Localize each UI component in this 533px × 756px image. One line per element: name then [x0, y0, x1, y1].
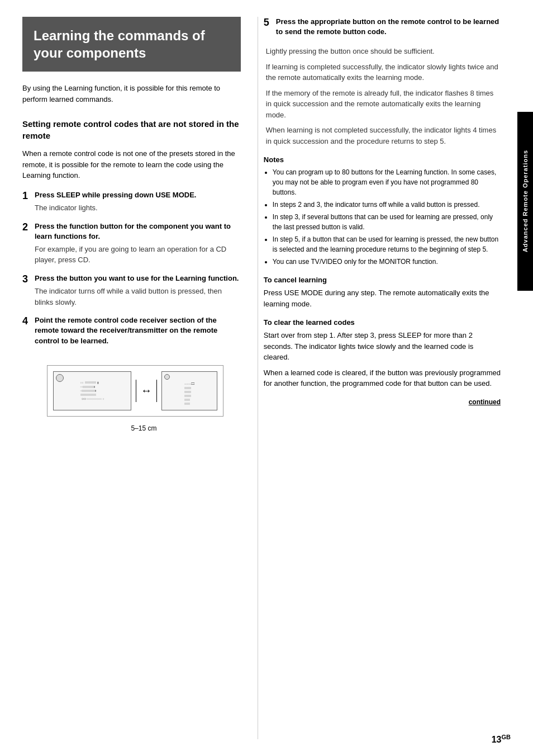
diagram: ○○▯▯▯▯▯▯▯▯▯▯▮ ○○▯▯▯▯▯▯▯▯▯▯▮ ○▯▯▯▯▯▯▯▯▯▯▯… — [47, 365, 223, 417]
step-5: 5 Press the appropriate button on the re… — [264, 17, 501, 147]
step-1: 1 Press SLEEP while pressing down USE MO… — [22, 190, 241, 214]
step-5-para-2: If learning is completed successfully, t… — [266, 62, 501, 83]
step-4-title: Point the remote control code receiver s… — [35, 315, 241, 346]
intro-text: By using the Learning function, it is po… — [22, 83, 241, 105]
step-2-number: 2 — [22, 221, 35, 234]
note-item-4: In step 5, if a button that can be used … — [273, 234, 501, 254]
page-number: 13GB — [492, 734, 511, 745]
section-heading: Setting remote control codes that are no… — [22, 118, 241, 141]
step-2-desc: For example, if you are going to learn a… — [35, 244, 241, 266]
to-clear-para-1: Start over from step 1. After step 3, pr… — [264, 330, 501, 363]
note-item-5: You can use TV/VIDEO only for the MONITO… — [273, 257, 501, 267]
step-5-para-3: If the memory of the remote is already f… — [266, 88, 501, 121]
note-item-3: In step 3, if several buttons that can b… — [273, 212, 501, 232]
note-item-2: In steps 2 and 3, the indicator turns of… — [273, 200, 501, 210]
step-1-number: 1 — [22, 190, 35, 202]
step-5-number: 5 — [264, 17, 276, 29]
diagram-label: 5–15 cm — [47, 424, 241, 432]
right-column: 5 Press the appropriate button on the re… — [258, 17, 501, 739]
page-title: Learning the commands of your components — [34, 27, 230, 62]
step-4: 4 Point the remote control code receiver… — [22, 315, 241, 348]
step-4-number: 4 — [22, 315, 35, 328]
notes-section: Notes You can program up to 80 buttons f… — [264, 155, 501, 267]
section-intro: When a remote control code is not one of… — [22, 148, 241, 181]
to-clear-para-2: When a learned code is cleared, if the b… — [264, 367, 501, 389]
step-5-title: Press the appropriate button on the remo… — [276, 17, 501, 37]
remote-right: ○○○○○⊏⊐ ▯▯▯▯▯▯ ▯▯▯▯▯▯ ▯▯▯▯▯▯ ▯▯▯▯▯ ▯▯▯▯▯ — [161, 371, 217, 410]
step-1-title: Press SLEEP while pressing down USE MODE… — [35, 190, 241, 200]
step-2: 2 Press the function button for the comp… — [22, 221, 241, 266]
to-clear-heading: To clear the learned codes — [264, 318, 501, 327]
step-5-para-1: Lightly pressing the button once should … — [266, 46, 501, 57]
remote-left: ○○▯▯▯▯▯▯▯▯▯▯▮ ○○▯▯▯▯▯▯▯▯▯▯▮ ○▯▯▯▯▯▯▯▯▯▯▯… — [53, 371, 131, 410]
step-5-para-4: When learning is not completed successfu… — [266, 125, 501, 147]
to-cancel-heading: To cancel learning — [264, 276, 501, 284]
notes-list: You can program up to 80 buttons for the… — [264, 167, 501, 267]
continued-label: continued — [264, 398, 501, 406]
step-1-desc: The indicator lights. — [35, 202, 241, 214]
side-tab-label: Advanced Remote Operations — [522, 150, 529, 252]
arrow: ↔ — [141, 384, 152, 397]
step-3: 3 Press the button you want to use for t… — [22, 273, 241, 308]
side-tab: Advanced Remote Operations — [517, 112, 533, 291]
step-3-desc: The indicator turns off while a valid bu… — [35, 286, 241, 308]
step-3-title: Press the button you want to use for the… — [35, 273, 241, 284]
notes-heading: Notes — [264, 155, 501, 164]
step-2-title: Press the function button for the compon… — [35, 221, 241, 242]
note-item-1: You can program up to 80 buttons for the… — [273, 167, 501, 197]
title-box: Learning the commands of your components — [22, 17, 241, 72]
left-column: Learning the commands of your components… — [22, 17, 258, 739]
to-cancel-text: Press USE MODE during any step. The remo… — [264, 287, 501, 309]
step-3-number: 3 — [22, 273, 35, 286]
